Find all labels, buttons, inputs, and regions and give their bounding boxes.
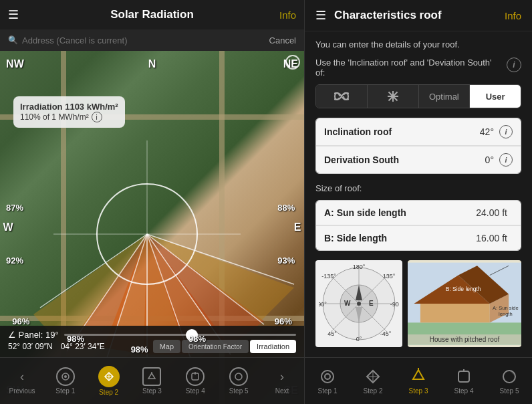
- svg-text:45°: 45°: [327, 330, 337, 337]
- right-bottom-nav: Step 1 Step 2 Step 3 Step 4 Step 5: [305, 357, 532, 404]
- left-bottom-nav: ‹ Previous Step 1 Step 2 Step 3 Step 4: [0, 357, 304, 404]
- right-header: ☰ Characteristics roof Info: [305, 0, 532, 31]
- inclination-label: Inclination roof: [324, 126, 480, 137]
- left-panel-title: Solar Radiation: [110, 8, 194, 21]
- mode-tab-selector: Optimal User: [315, 84, 521, 108]
- rnav-step2-icon: [364, 367, 382, 386]
- nav-step1[interactable]: Step 1: [49, 367, 82, 395]
- svg-text:135°: 135°: [383, 273, 396, 280]
- rnav-step5[interactable]: Step 5: [491, 367, 528, 395]
- svg-point-54: [325, 374, 330, 379]
- step1-icon: [56, 367, 75, 386]
- nav-step5[interactable]: Step 5: [222, 367, 255, 395]
- svg-text:W: W: [344, 300, 351, 307]
- step4-icon: [186, 367, 205, 386]
- inclination-row: Inclination roof 42° i: [316, 118, 521, 146]
- next-icon: ›: [273, 367, 291, 386]
- svg-point-53: [321, 371, 334, 383]
- panel-angle-label: ∠ Panel: 19°: [8, 330, 59, 340]
- search-input[interactable]: [22, 35, 265, 45]
- step5-icon: [229, 367, 248, 386]
- inclination-value: 42°: [480, 126, 494, 137]
- hamburger-icon[interactable]: ☰: [8, 7, 19, 22]
- svg-point-12: [64, 375, 67, 378]
- coords-row: 52° 03′ 09″N 04° 23′ 34″E Map Orientatio…: [8, 340, 296, 353]
- irradiation-info-icon[interactable]: i: [92, 112, 102, 122]
- compass-diagram: 180° 135° -90° 90° -135° 0° -45° 45°: [315, 260, 402, 347]
- svg-text:E: E: [369, 300, 374, 307]
- roof-params-table: Inclination roof 42° i Derivation South …: [315, 118, 521, 174]
- rnav-step5-icon: [500, 367, 519, 386]
- rnav-step3-icon: [409, 367, 428, 386]
- side-length-value: 16.00 ft: [476, 233, 507, 243]
- left-header: ☰ Solar Radiation Info: [0, 0, 304, 29]
- nav-next[interactable]: › Next: [265, 367, 299, 395]
- rnav-step5-label: Step 5: [500, 387, 519, 395]
- map-mode-map[interactable]: Map: [153, 340, 180, 353]
- right-panel-title: Characteristics roof: [334, 9, 505, 22]
- svg-rect-59: [458, 371, 469, 382]
- pct-e88: 88%: [277, 203, 295, 213]
- search-bar: 🔍 Cancel: [0, 29, 304, 51]
- right-content: You can enter the details of your roof. …: [305, 31, 532, 357]
- sun-side-row: A: Sun side length 24.00 ft: [316, 201, 521, 225]
- size-params-table: A: Sun side length 24.00 ft B: Side leng…: [315, 200, 521, 251]
- rnav-step2[interactable]: Step 2: [355, 367, 392, 395]
- size-title: Size of roof:: [315, 183, 521, 193]
- previous-icon: ‹: [13, 367, 31, 386]
- rnav-step4-label: Step 4: [454, 387, 474, 395]
- panel-angle-row: ∠ Panel: 19°: [8, 330, 296, 340]
- rnav-step2-label: Step 2: [364, 387, 383, 395]
- sun-side-label: A: Sun side length: [324, 207, 476, 218]
- step5-label: Step 5: [229, 387, 249, 395]
- tab-user[interactable]: User: [470, 85, 521, 108]
- right-info-button[interactable]: Info: [505, 10, 521, 21]
- house-diagram: B: Side length A: Sun side length House …: [408, 260, 521, 347]
- map-info-circle[interactable]: i: [285, 55, 300, 70]
- compass-nw: NW: [6, 58, 24, 70]
- nav-step3[interactable]: Step 3: [135, 367, 168, 395]
- rnav-step4[interactable]: Step 4: [446, 367, 483, 395]
- rnav-step1-label: Step 1: [318, 387, 338, 395]
- pct-w92: 92%: [6, 256, 23, 266]
- next-label: Next: [275, 387, 289, 395]
- nav-previous[interactable]: ‹ Previous: [5, 367, 39, 395]
- map-mode-buttons: Map Orientation Factor Irradiation: [153, 340, 296, 353]
- left-info-button[interactable]: Info: [279, 9, 296, 21]
- step2-label: Step 2: [99, 389, 118, 396]
- angle-slider[interactable]: [64, 334, 296, 336]
- irradiation-percent: 110% of 1 MWh/m²: [20, 112, 89, 122]
- tab-infinity[interactable]: [316, 85, 368, 108]
- svg-point-42: [357, 302, 361, 306]
- rnav-step3-label: Step 3: [409, 387, 428, 395]
- cancel-button[interactable]: Cancel: [269, 35, 296, 45]
- irradiation-bubble: Irradiation 1103 kWh/m² 110% of 1 MWh/m²…: [13, 96, 125, 128]
- rnav-step1[interactable]: Step 1: [309, 367, 346, 395]
- derivation-row: Derivation South 0° i: [316, 146, 521, 173]
- house-diagram-label: House with pitched roof: [408, 334, 521, 344]
- nav-step2[interactable]: Step 2: [92, 366, 126, 396]
- diagram-area: 180° 135° -90° 90° -135° 0° -45° 45°: [315, 260, 521, 347]
- svg-text:-90°: -90°: [390, 301, 399, 308]
- previous-label: Previous: [9, 387, 35, 395]
- side-length-label: B: Side length: [324, 233, 476, 243]
- right-hamburger-icon[interactable]: ☰: [315, 8, 326, 23]
- tab-optimal[interactable]: Optimal: [419, 85, 471, 108]
- nav-step4[interactable]: Step 4: [178, 367, 212, 395]
- inclination-info-icon[interactable]: i: [499, 125, 513, 138]
- pct-se96: 96%: [275, 316, 292, 326]
- svg-text:90°: 90°: [319, 301, 327, 308]
- compass-n: N: [148, 58, 156, 70]
- use-info-icon[interactable]: i: [507, 58, 521, 72]
- pct-s98c: 98%: [188, 334, 206, 344]
- rnav-step1-icon: [318, 367, 337, 386]
- map-mode-irradiation[interactable]: Irradiation: [250, 340, 296, 353]
- sun-side-value: 24.00 ft: [476, 207, 507, 218]
- search-icon: 🔍: [8, 35, 18, 45]
- svg-text:length: length: [499, 311, 513, 317]
- tab-snowflake[interactable]: [368, 85, 419, 108]
- rnav-step3[interactable]: Step 3: [400, 367, 437, 395]
- derivation-value: 0°: [485, 155, 494, 165]
- svg-rect-45: [420, 304, 490, 322]
- derivation-info-icon[interactable]: i: [499, 153, 513, 167]
